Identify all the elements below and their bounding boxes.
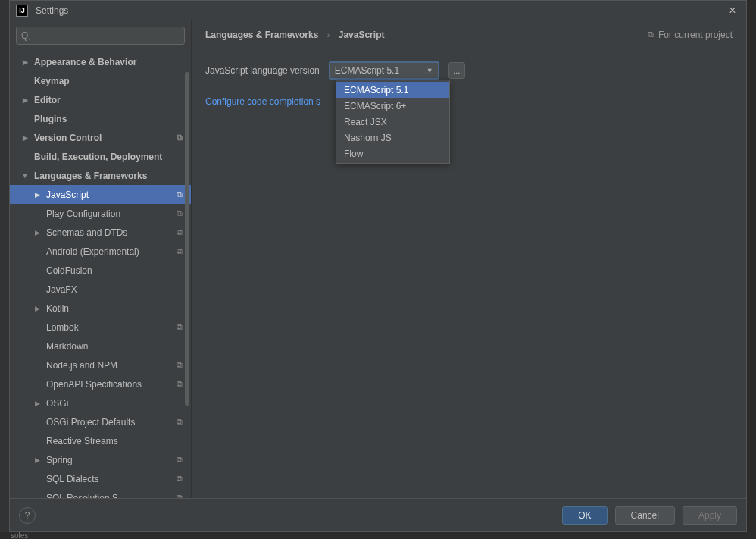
tree-item[interactable]: Version Control⧉ — [10, 128, 191, 147]
tree-item[interactable]: Reactive Streams — [10, 431, 191, 450]
tree-item[interactable]: Play Configuration⧉ — [10, 204, 191, 223]
language-version-select[interactable]: ECMAScript 5.1 ▼ — [329, 61, 439, 80]
dropdown-option[interactable]: React JSX — [336, 114, 449, 130]
dropdown-option[interactable]: Flow — [336, 146, 449, 161]
tree-item-label: JavaFX — [46, 284, 185, 295]
dropdown-option[interactable]: Nashorn JS — [336, 130, 449, 146]
tree-item[interactable]: Plugins — [10, 109, 191, 128]
tree-item-label: Version Control — [34, 133, 174, 143]
language-version-label: JavaScript language version — [205, 65, 320, 76]
tree-item[interactable]: ColdFusion — [10, 261, 191, 280]
tree-item-label: JavaScript — [46, 190, 174, 200]
breadcrumb-current: JavaScript — [339, 30, 385, 40]
tree-item-label: OSGi — [46, 398, 185, 409]
tree-item[interactable]: SQL Resolution S⧉ — [10, 488, 191, 498]
tree-item[interactable]: Keymap — [10, 71, 191, 90]
tree-item[interactable]: Kotlin — [10, 299, 191, 318]
settings-dialog: IJ Settings × Q˯ Appearance & BehaviorKe… — [9, 0, 747, 532]
tree-item[interactable]: Node.js and NPM⧉ — [10, 356, 191, 374]
tree-item-label: Lombok — [46, 322, 174, 333]
tree-item[interactable]: Build, Execution, Deployment — [10, 147, 191, 166]
sidebar: Q˯ Appearance & BehaviorKeymapEditorPlug… — [10, 20, 192, 498]
tree-item-label: Languages & Frameworks — [34, 171, 185, 181]
caret-right-icon[interactable] — [20, 96, 30, 104]
tree-item-label: Kotlin — [46, 303, 185, 314]
content-header: Languages & Frameworks › JavaScript ⧉ Fo… — [192, 20, 746, 49]
settings-tree[interactable]: Appearance & BehaviorKeymapEditorPlugins… — [10, 49, 191, 498]
project-scope-badge: ⧉ For current project — [648, 30, 733, 40]
tree-item[interactable]: OpenAPI Specifications⧉ — [10, 374, 191, 393]
dropdown-option[interactable]: ECMAScript 6+ — [336, 98, 449, 114]
tree-item-label: Node.js and NPM — [46, 360, 174, 371]
app-icon: IJ — [16, 5, 28, 17]
chevron-right-icon: › — [327, 30, 330, 39]
dialog-footer: ? OK Cancel Apply — [10, 498, 746, 531]
caret-right-icon[interactable] — [33, 456, 42, 464]
ok-button[interactable]: OK — [562, 506, 607, 525]
cancel-button[interactable]: Cancel — [615, 506, 675, 525]
tree-item-label: Keymap — [34, 76, 185, 86]
tree-item[interactable]: Lombok⧉ — [10, 318, 191, 337]
close-icon[interactable]: × — [725, 4, 740, 17]
tree-item-label: Appearance & Behavior — [34, 57, 185, 67]
caret-right-icon[interactable] — [20, 58, 30, 66]
select-value: ECMAScript 5.1 — [335, 65, 426, 76]
tree-item[interactable]: OSGi — [10, 393, 191, 412]
browse-button[interactable]: ... — [448, 62, 465, 79]
titlebar: IJ Settings × — [10, 1, 746, 20]
tree-item-label: Markdown — [46, 341, 185, 352]
caret-right-icon[interactable] — [33, 400, 42, 407]
caret-right-icon[interactable] — [33, 305, 42, 312]
tree-item[interactable]: Markdown — [10, 337, 191, 356]
tree-item[interactable]: JavaScript⧉ — [10, 185, 191, 204]
breadcrumb: Languages & Frameworks › JavaScript — [205, 30, 384, 40]
tree-item[interactable]: Spring⧉ — [10, 450, 191, 469]
caret-right-icon[interactable] — [33, 229, 42, 237]
tree-item[interactable]: Android (Experimental)⧉ — [10, 242, 191, 261]
search-input[interactable] — [34, 30, 180, 41]
tree-item-label: ColdFusion — [46, 265, 185, 276]
breadcrumb-parent[interactable]: Languages & Frameworks — [205, 30, 318, 40]
tree-item-label: OSGi Project Defaults — [46, 417, 174, 428]
copy-icon: ⧉ — [648, 30, 654, 39]
scroll-thumb[interactable] — [185, 72, 189, 406]
tree-item-label: Build, Execution, Deployment — [34, 152, 185, 162]
scrollbar[interactable] — [183, 51, 191, 498]
tree-item-label: Spring — [46, 455, 174, 465]
search-box[interactable]: Q˯ — [16, 27, 185, 45]
tree-item-label: Android (Experimental) — [46, 246, 174, 257]
help-button[interactable]: ? — [19, 507, 36, 524]
ide-background-bottom: soles — [0, 532, 756, 539]
language-version-row: JavaScript language version ECMAScript 5… — [205, 61, 733, 80]
content-body: JavaScript language version ECMAScript 5… — [192, 49, 746, 498]
search-icon: Q˯ — [21, 30, 31, 41]
caret-right-icon[interactable] — [33, 191, 42, 199]
tree-item[interactable]: Schemas and DTDs⧉ — [10, 223, 191, 242]
tree-item-label: Editor — [34, 95, 185, 105]
tree-item-label: Schemas and DTDs — [46, 227, 174, 238]
tree-item-label: Plugins — [34, 114, 185, 124]
tree-item-label: SQL Dialects — [46, 474, 174, 484]
dropdown-option[interactable]: ECMAScript 5.1 — [336, 82, 449, 98]
search-wrap: Q˯ — [10, 20, 191, 49]
caret-down-icon[interactable] — [20, 172, 30, 180]
tree-item[interactable]: Appearance & Behavior — [10, 52, 191, 71]
project-scope-label: For current project — [658, 30, 733, 40]
language-version-dropdown[interactable]: ECMAScript 5.1ECMAScript 6+React JSXNash… — [336, 80, 450, 164]
caret-right-icon[interactable] — [20, 134, 30, 142]
tree-item[interactable]: JavaFX — [10, 280, 191, 299]
tree-item-label: SQL Resolution S — [46, 493, 174, 499]
tree-item[interactable]: Languages & Frameworks — [10, 166, 191, 185]
tree-item[interactable]: SQL Dialects⧉ — [10, 469, 191, 488]
tree-item[interactable]: OSGi Project Defaults⧉ — [10, 412, 191, 431]
ide-background-left — [0, 0, 9, 539]
window-title: Settings — [36, 5, 68, 16]
configure-completion-link[interactable]: Configure code completion s — [205, 96, 320, 107]
chevron-down-icon: ▼ — [426, 67, 433, 74]
tree-item[interactable]: Editor — [10, 90, 191, 109]
dialog-body: Q˯ Appearance & BehaviorKeymapEditorPlug… — [10, 20, 746, 498]
tree-item-label: OpenAPI Specifications — [46, 379, 174, 390]
tree-item-label: Reactive Streams — [46, 436, 185, 447]
tree-item-label: Play Configuration — [46, 208, 174, 219]
apply-button[interactable]: Apply — [683, 506, 737, 525]
